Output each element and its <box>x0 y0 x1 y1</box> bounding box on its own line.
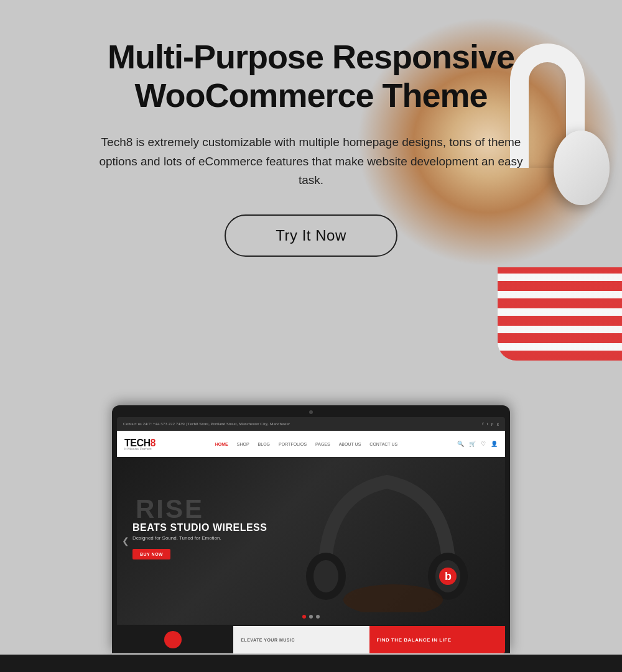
svg-text:b: b <box>445 570 452 582</box>
title-line1: Multi-Purpose Responsive <box>108 38 514 75</box>
strip-balance: FIND THE BALANCE IN LIFE <box>369 626 505 653</box>
page-title: Multi-Purpose Responsive WooCommerce The… <box>50 37 572 114</box>
nav-shop: SHOP <box>237 442 249 446</box>
site-topbar: Contact us 24/7: +44 573 222 7439 | Tech… <box>117 417 505 431</box>
title-line2: WooCommerce Theme <box>134 76 487 114</box>
laptop-camera <box>309 410 313 414</box>
nav-pages: PAGES <box>315 442 330 446</box>
cart-icon: 🛒 <box>469 441 476 447</box>
logo-highlight: 8 <box>151 438 156 448</box>
svg-point-6 <box>343 584 443 612</box>
nav-blog: BLOG <box>258 442 270 446</box>
try-it-now-button[interactable]: Try It Now <box>225 214 397 257</box>
site-bottom-strip: ELEVATE YOUR MUSIC FIND THE BALANCE IN L… <box>117 626 505 653</box>
search-icon: 🔍 <box>457 441 464 447</box>
account-icon: 👤 <box>491 441 498 447</box>
topbar-text: Contact us 24/7: +44 573 222 7439 | Tech… <box>123 421 290 426</box>
nav-about: ABOUT US <box>339 442 361 446</box>
laptop-outer: Contact us 24/7: +44 573 222 7439 | Tech… <box>87 405 535 672</box>
bottom-bar <box>0 655 622 672</box>
site-logo: TECH8 <box>124 438 156 448</box>
laptop-mockup: Contact us 24/7: +44 573 222 7439 | Tech… <box>87 405 535 672</box>
hero-content: BEATS STUDIO WIRELESS Designed for Sound… <box>117 510 282 572</box>
logo-subtitle: It Means Perfect <box>124 447 156 451</box>
strip-right-text: FIND THE BALANCE IN LIFE <box>377 637 452 643</box>
sleeve-decoration <box>498 267 622 361</box>
description-text: Tech8 is extremely customizable with mul… <box>87 133 535 190</box>
site-nav-links: HOME SHOP BLOG PORTFOLIOS PAGES ABOUT US… <box>215 442 397 446</box>
dot-2 <box>309 615 313 619</box>
laptop-lid: Contact us 24/7: +44 573 222 7439 | Tech… <box>112 405 510 653</box>
strip-left-text: ELEVATE YOUR MUSIC <box>241 638 295 642</box>
hero-subtitle: Designed for Sound. Tuned for Emotion. <box>132 535 267 541</box>
nav-portfolios: PORTFOLIOS <box>279 442 307 446</box>
site-hero: RISE BEATS STUDIO WIRELESS Designed for … <box>117 457 505 625</box>
wishlist-icon: ♡ <box>481 441 486 447</box>
hero-dots <box>302 615 320 619</box>
nav-home: HOME <box>215 442 228 446</box>
beats-headphone-svg: b <box>294 463 480 612</box>
laptop-screen: Contact us 24/7: +44 573 222 7439 | Tech… <box>117 417 505 653</box>
strip-product <box>117 626 233 653</box>
site-logo-area: TECH8 It Means Perfect <box>124 438 156 451</box>
dot-3 <box>316 615 320 619</box>
cta-wrapper: Try It Now <box>50 214 572 257</box>
svg-point-1 <box>313 560 338 592</box>
hero-title: BEATS STUDIO WIRELESS <box>132 522 267 533</box>
site-nav-icons: 🔍 🛒 ♡ 👤 <box>457 441 498 447</box>
topbar-social: f t p g <box>482 421 499 426</box>
hero-buy-button: BUY NOW <box>132 549 170 559</box>
nav-contact: CONTACT US <box>369 442 397 446</box>
site-navbar: TECH8 It Means Perfect HOME SHOP BLOG PO… <box>117 431 505 457</box>
product-circle <box>164 631 182 648</box>
main-content: Multi-Purpose Responsive WooCommerce The… <box>0 0 622 257</box>
hero-product-image: b <box>294 463 493 619</box>
dot-1 <box>302 615 306 619</box>
strip-elevate: ELEVATE YOUR MUSIC <box>233 626 369 653</box>
